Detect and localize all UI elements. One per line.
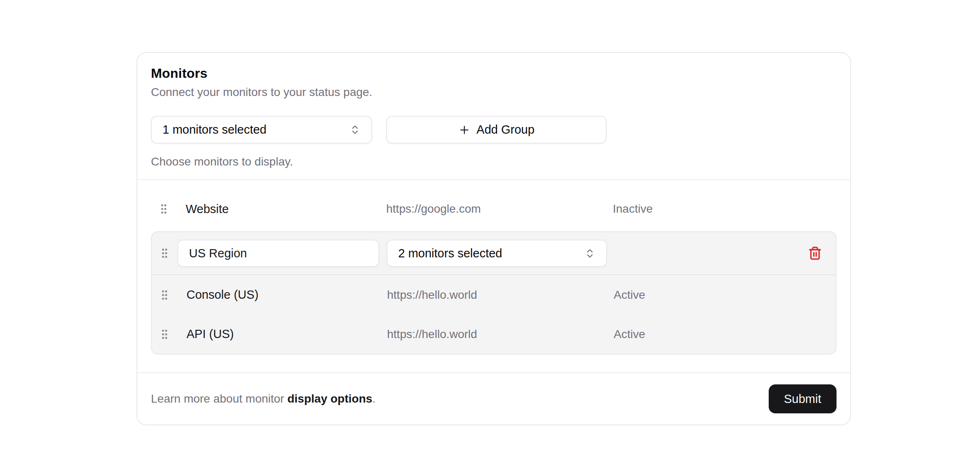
group-header: 2 monitors selected	[152, 232, 836, 275]
monitors-select-helper: Choose monitors to display.	[151, 154, 837, 169]
monitor-row-api-us: API (US) https://hello.world Active	[152, 314, 836, 354]
monitor-url: https://hello.world	[387, 328, 614, 341]
plus-icon	[458, 124, 471, 136]
delete-group-button[interactable]	[803, 242, 827, 265]
card-header: Monitors Connect your monitors to your s…	[137, 53, 850, 180]
monitor-url: https://google.com	[386, 202, 613, 216]
add-group-button[interactable]: Add Group	[386, 116, 607, 144]
add-group-label: Add Group	[476, 123, 534, 137]
monitors-count-select[interactable]: 1 monitors selected	[151, 116, 372, 144]
monitor-status: Inactive	[613, 202, 837, 216]
submit-button[interactable]: Submit	[769, 384, 837, 413]
monitor-row-website: Website https://google.com Inactive	[151, 190, 837, 228]
group-drag-handle-button[interactable]	[158, 247, 171, 260]
monitors-card: Monitors Connect your monitors to your s…	[136, 52, 851, 425]
monitors-list: Website https://google.com Inactive	[137, 180, 850, 372]
group-rows: Console (US) https://hello.world Active	[152, 275, 836, 354]
chevrons-up-down-icon	[584, 248, 595, 259]
monitor-status: Active	[614, 328, 836, 341]
footer-note-suffix: .	[372, 392, 375, 405]
footer-note-prefix: Learn more about monitor	[151, 392, 287, 405]
monitors-count-select-value: 1 monitors selected	[163, 123, 266, 137]
monitor-name: API (US)	[186, 327, 234, 341]
monitor-group: 2 monitors selected	[151, 231, 837, 355]
monitor-name: Website	[186, 202, 229, 216]
chevrons-up-down-icon	[349, 124, 361, 135]
controls-row: 1 monitors selected Add Group	[151, 116, 837, 144]
group-name-input[interactable]	[177, 240, 379, 267]
monitor-row-console-us: Console (US) https://hello.world Active	[152, 275, 836, 314]
drag-handle-button[interactable]	[158, 328, 171, 341]
page-title: Monitors	[151, 65, 837, 82]
footer-note: Learn more about monitor display options…	[151, 392, 375, 405]
drag-handle-button[interactable]	[158, 202, 170, 216]
grip-vertical-icon	[158, 247, 171, 260]
monitor-status: Active	[614, 288, 836, 302]
card-footer: Learn more about monitor display options…	[137, 372, 850, 425]
group-monitors-select[interactable]: 2 monitors selected	[387, 240, 607, 267]
group-monitors-select-value: 2 monitors selected	[398, 247, 502, 260]
page-description: Connect your monitors to your status pag…	[151, 84, 837, 100]
monitor-name: Console (US)	[186, 288, 258, 302]
monitor-url: https://hello.world	[387, 288, 614, 302]
grip-vertical-icon	[158, 288, 171, 302]
trash-icon	[808, 246, 822, 260]
grip-vertical-icon	[158, 328, 171, 341]
grip-vertical-icon	[158, 202, 170, 216]
drag-handle-button[interactable]	[158, 288, 171, 302]
display-options-link[interactable]: display options	[287, 392, 372, 405]
